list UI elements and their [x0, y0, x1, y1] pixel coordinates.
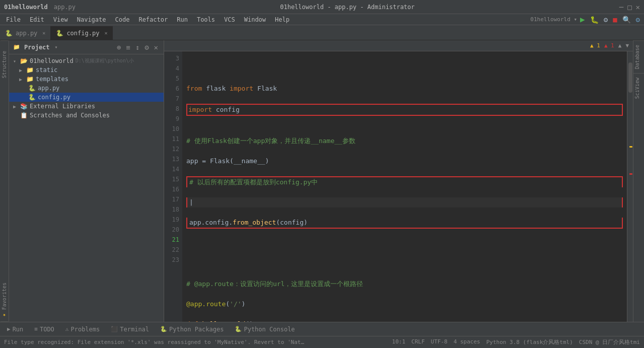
- encoding[interactable]: UTF-8: [431, 338, 448, 346]
- sidebar-actions: ⊕ ≡ ↕ ⚙ ✕: [115, 42, 160, 52]
- tab-config-py-close[interactable]: ✕: [104, 30, 107, 36]
- minimize-btn[interactable]: ─: [619, 3, 623, 11]
- cursor-position[interactable]: 10:1: [392, 338, 406, 346]
- tab-config-py[interactable]: 🐍 config.py ✕: [51, 26, 113, 40]
- tab-app-py-close[interactable]: ✕: [42, 30, 45, 36]
- warning-marker: [629, 146, 632, 148]
- python-console-tab-icon: 🐍: [235, 326, 242, 332]
- editor-nav-dn[interactable]: ▼: [625, 42, 629, 49]
- indent[interactable]: 4 spaces: [454, 338, 480, 346]
- menu-help[interactable]: Help: [271, 15, 294, 24]
- debug-button-toolbar[interactable]: 🐛: [590, 16, 599, 24]
- menu-navigate[interactable]: Navigate: [73, 15, 110, 24]
- right-tab-sciview[interactable]: SciView: [633, 73, 645, 103]
- sidebar-locate-btn[interactable]: ⊕: [115, 42, 122, 52]
- project-icon: 📁: [13, 44, 20, 50]
- problems-tab-label: Problems: [70, 326, 100, 333]
- run-config-selector[interactable]: 01helloworld ▾: [530, 16, 577, 23]
- editor-topbar: ▲ 1 ▲ 1 ▲ ▼: [164, 40, 633, 51]
- tab-app-py[interactable]: 🐍 app.py ✕: [0, 26, 51, 40]
- favorites-panel-label[interactable]: ★ Favorites: [1, 280, 8, 322]
- build-button-toolbar[interactable]: ⚙: [604, 16, 608, 24]
- right-tab-bar: Database SciView: [633, 40, 644, 322]
- tree-item-ext-libs[interactable]: ▶ 📚 External Libraries: [9, 102, 164, 111]
- python-packages-tab-icon: 🐍: [160, 326, 167, 332]
- structure-panel-label[interactable]: Structure: [1, 40, 8, 81]
- menu-edit[interactable]: Edit: [26, 15, 48, 24]
- tree-item-templates[interactable]: ▶ 📁 templates: [9, 75, 164, 84]
- error-marker: [629, 173, 632, 175]
- settings-button-toolbar[interactable]: ⚙: [636, 16, 640, 24]
- sidebar-settings-btn[interactable]: ⚙: [143, 42, 150, 52]
- tree-label-app-py: app.py: [38, 85, 59, 92]
- tab-config-py-label: config.py: [66, 30, 99, 37]
- config-py-icon: 🐍: [28, 94, 36, 101]
- project-folder-icon: 📂: [20, 57, 28, 64]
- python-packages-tab-label: Python Packages: [169, 326, 224, 333]
- status-bar: File type recognized: File extension '*.…: [0, 336, 644, 348]
- maximize-btn[interactable]: □: [627, 3, 631, 11]
- tree-item-static[interactable]: ▶ 📁 static: [9, 65, 164, 75]
- tab-bar-spacer: [113, 26, 644, 40]
- menu-tools[interactable]: Tools: [193, 15, 219, 24]
- menu-view[interactable]: View: [49, 15, 72, 24]
- code-container[interactable]: 3 4 5 6 7 8 9 10 11 12 13 14 15 16 17 18: [164, 51, 633, 322]
- python-version[interactable]: Python 3.8 (flask介风格tml): [486, 338, 573, 346]
- sidebar-sort-btn[interactable]: ↕: [134, 42, 141, 52]
- sidebar-dropdown-icon[interactable]: ▾: [55, 44, 58, 50]
- run-tab-icon: ▶: [7, 326, 11, 332]
- bottom-tab-todo[interactable]: ≡ TODO: [29, 324, 59, 334]
- code-line-7: # 使用Flask创建一个app对象，并且传递__name__参数: [186, 136, 623, 146]
- error-count[interactable]: ▲ 1: [604, 42, 614, 49]
- menu-refactor[interactable]: Refactor: [134, 15, 172, 24]
- tree-item-project[interactable]: ▾ 📂 01helloworld D:\视频课程\python\小: [9, 56, 164, 65]
- code-line-15: @app.route('/'): [186, 299, 623, 309]
- code-editor[interactable]: from flask import Flask import config # …: [182, 51, 627, 322]
- app-py-icon: 🐍: [28, 85, 36, 92]
- code-line-3: [186, 63, 623, 74]
- status-message: File type recognized: File extension '*.…: [4, 339, 306, 345]
- bottom-tab-terminal[interactable]: ⬛ Terminal: [106, 324, 154, 334]
- bottom-tab-python-packages[interactable]: 🐍 Python Packages: [155, 324, 229, 334]
- tree-item-scratches[interactable]: ▶ 📋 Scratches and Consoles: [9, 111, 164, 120]
- code-line-6: [186, 116, 623, 126]
- scrollbar-thumb[interactable]: [628, 62, 632, 93]
- code-line-5: import config: [186, 104, 623, 116]
- tree-item-config-py[interactable]: ▶ 🐍 config.py: [9, 93, 164, 102]
- bottom-tab-python-console[interactable]: 🐍 Python Console: [230, 324, 300, 334]
- menu-vcs[interactable]: VCS: [220, 15, 239, 24]
- editor-nav-up[interactable]: ▲: [618, 42, 622, 49]
- right-tab-database[interactable]: Database: [633, 40, 645, 73]
- code-line-14: # @app.route：设置访问的url，这里是设置成一个根路径: [186, 279, 623, 289]
- run-button-toolbar[interactable]: ▶: [580, 15, 585, 24]
- menu-code[interactable]: Code: [111, 15, 134, 24]
- tree-label-config-py: config.py: [38, 94, 70, 101]
- stop-button-toolbar[interactable]: ■: [613, 16, 617, 24]
- code-line-13: [186, 259, 623, 269]
- bottom-tab-run[interactable]: ▶ Run: [2, 324, 28, 334]
- line-separator[interactable]: CRLF: [411, 338, 425, 346]
- ext-libs-icon: 📚: [20, 103, 28, 110]
- close-btn[interactable]: ✕: [636, 3, 640, 11]
- title-bar-left: 01helloworld app.py: [4, 4, 76, 11]
- title-file: app.py: [54, 4, 76, 11]
- sidebar-collapse-btn[interactable]: ≡: [124, 42, 131, 52]
- code-line-10: |: [186, 197, 623, 207]
- tab-config-py-icon: 🐍: [56, 30, 63, 37]
- window-title: 01helloworld - app.py - Administrator: [280, 4, 414, 11]
- search-button-toolbar[interactable]: 🔍: [622, 16, 631, 24]
- warning-count[interactable]: ▲ 1: [590, 42, 600, 49]
- code-line-9: # 以后所有的配置项都是放到config.py中: [186, 176, 623, 187]
- templates-folder-icon: 📁: [26, 76, 34, 83]
- left-panel-bar: Structure ★ Favorites: [0, 40, 9, 322]
- menu-run[interactable]: Run: [173, 15, 192, 24]
- menu-window[interactable]: Window: [240, 15, 270, 24]
- menu-file[interactable]: File: [2, 15, 25, 24]
- tree-item-app-py[interactable]: ▶ 🐍 app.py: [9, 84, 164, 93]
- tree-label-project: 01helloworld: [30, 57, 74, 64]
- menu-bar: File Edit View Navigate Code Refactor Ru…: [0, 14, 644, 25]
- sidebar-close-btn[interactable]: ✕: [153, 42, 160, 52]
- window-controls: ─ □ ✕: [619, 3, 640, 11]
- bottom-tab-problems[interactable]: ⚠ Problems: [60, 324, 105, 334]
- scrollbar-track[interactable]: [627, 51, 633, 322]
